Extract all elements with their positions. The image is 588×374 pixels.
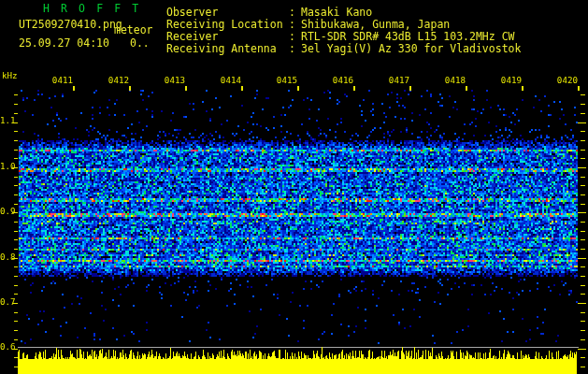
y-tick-label: 0.7 [0, 297, 14, 307]
spectrogram-canvas [0, 0, 588, 374]
x-tick-label: 0413 [163, 76, 185, 85]
x-tick-label: 0420 [555, 76, 578, 85]
y-tick-label: 0.9 [0, 207, 14, 216]
x-tick-label: 0415 [275, 76, 297, 85]
x-tick-label: 0417 [387, 76, 409, 85]
meta-sep: : [289, 31, 295, 42]
meta-sep: : [289, 7, 295, 18]
observation-name: meteor [114, 24, 153, 36]
meta-label-observer: Observer [166, 7, 218, 18]
x-tick-label: 0418 [443, 76, 466, 85]
meta-value-receiver: RTL-SDR SDR# 43dB L15 103.2MHz CW [301, 31, 514, 42]
x-tick-label: 0416 [331, 76, 353, 85]
meta-label-receiving-antenna: Receiving Antenna [166, 43, 277, 54]
meta-sep: : [289, 19, 295, 30]
meta-value-receiving-location: Shibukawa, Gunma, Japan [301, 19, 450, 30]
echo-counter: 0.. [130, 37, 150, 49]
y-tick-label: 1.0 [0, 162, 14, 171]
hrofft-window: H R O F F T UT2509270410.png meteor 25.0… [0, 0, 588, 374]
x-tick-label: 0419 [499, 76, 522, 85]
meta-label-receiver: Receiver [166, 31, 218, 42]
y-tick-label: 0.8 [0, 252, 14, 262]
meta-value-observer: Masaki Kano [301, 7, 372, 18]
datetime: 25.09.27 04:10 [19, 37, 109, 49]
x-tick-label: 0412 [107, 76, 129, 85]
filename: UT2509270410.png [19, 19, 122, 30]
meta-value-receiving-antenna: 3el Yagi(V) Az 330 for Vladivostok [301, 43, 521, 54]
y-tick-label: 0.6 [0, 342, 14, 352]
app-title: H R O F F T [43, 3, 141, 14]
meta-sep: : [289, 43, 295, 54]
meta-label-receiving-location: Receiving Location [166, 19, 283, 30]
x-tick-label: 0411 [50, 76, 73, 85]
y-axis-unit: kHz [2, 71, 18, 80]
x-tick-label: 0414 [219, 76, 241, 85]
y-tick-label: 1.1 [0, 116, 14, 125]
